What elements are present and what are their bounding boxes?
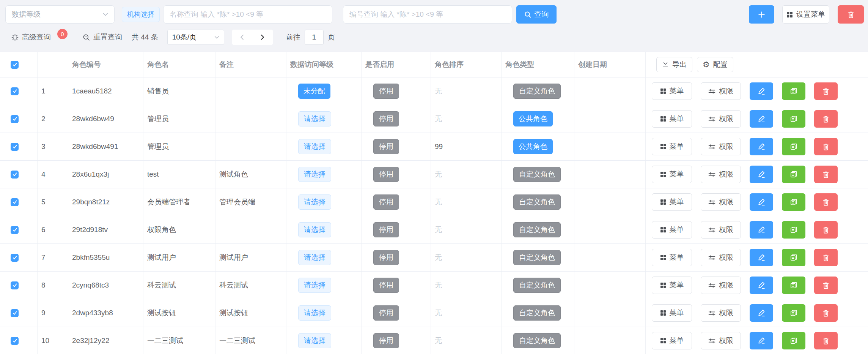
row-checkbox[interactable] [11, 337, 19, 345]
menu-button[interactable]: 菜单 [652, 332, 692, 349]
access-level-badge[interactable]: 请选择 [298, 111, 331, 126]
copy-button[interactable] [782, 82, 805, 100]
menu-button[interactable]: 菜单 [652, 193, 692, 211]
access-level-badge[interactable]: 请选择 [298, 222, 331, 237]
permission-button[interactable]: 权限 [701, 166, 741, 183]
access-level-badge[interactable]: 请选择 [298, 333, 331, 348]
edit-button[interactable] [750, 221, 773, 239]
menu-button[interactable]: 菜单 [652, 277, 692, 294]
permission-button[interactable]: 权限 [701, 249, 741, 266]
role-type-badge[interactable]: 自定义角色 [513, 333, 561, 348]
delete-button[interactable] [814, 221, 838, 239]
settings-menu-button[interactable]: 设置菜单 [782, 5, 829, 24]
delete-button[interactable] [814, 249, 838, 266]
org-select-button[interactable]: 机构选择 [122, 7, 160, 22]
access-level-badge[interactable]: 请选择 [298, 194, 331, 210]
permission-button[interactable]: 权限 [701, 277, 741, 294]
row-checkbox[interactable] [11, 87, 19, 95]
edit-button[interactable] [750, 166, 773, 183]
edit-button[interactable] [750, 332, 773, 349]
enabled-badge[interactable]: 停用 [373, 305, 399, 321]
enabled-badge[interactable]: 停用 [373, 139, 399, 154]
menu-button[interactable]: 菜单 [652, 138, 692, 155]
enabled-badge[interactable]: 停用 [373, 250, 399, 265]
access-level-badge[interactable]: 请选择 [298, 139, 331, 154]
enabled-badge[interactable]: 停用 [373, 84, 399, 99]
edit-button[interactable] [750, 304, 773, 322]
reset-query-button[interactable]: 重置查询 [83, 32, 122, 42]
access-level-badge[interactable]: 请选择 [298, 305, 331, 321]
row-checkbox[interactable] [11, 143, 19, 151]
permission-button[interactable]: 权限 [701, 82, 741, 100]
enabled-badge[interactable]: 停用 [373, 194, 399, 210]
row-checkbox[interactable] [11, 226, 19, 234]
batch-delete-button[interactable] [838, 5, 864, 24]
enabled-badge[interactable]: 停用 [373, 222, 399, 237]
menu-button[interactable]: 菜单 [652, 304, 692, 322]
edit-button[interactable] [750, 277, 773, 294]
copy-button[interactable] [782, 221, 805, 239]
row-checkbox[interactable] [11, 115, 19, 123]
delete-button[interactable] [814, 277, 838, 294]
role-type-badge[interactable]: 自定义角色 [513, 278, 561, 293]
role-type-badge[interactable]: 自定义角色 [513, 167, 561, 182]
menu-button[interactable]: 菜单 [652, 166, 692, 183]
enabled-badge[interactable]: 停用 [373, 278, 399, 293]
row-checkbox[interactable] [11, 254, 19, 262]
access-level-badge[interactable]: 请选择 [298, 278, 331, 293]
menu-button[interactable]: 菜单 [652, 82, 692, 100]
search-button[interactable]: 查询 [516, 5, 557, 24]
edit-button[interactable] [750, 138, 773, 155]
name-query-input[interactable] [163, 5, 332, 24]
next-page-button[interactable] [252, 30, 273, 45]
copy-button[interactable] [782, 277, 805, 294]
permission-button[interactable]: 权限 [701, 304, 741, 322]
advanced-query-button[interactable]: 高级查询 0 [11, 32, 68, 43]
delete-button[interactable] [814, 82, 838, 100]
role-type-badge[interactable]: 自定义角色 [513, 222, 561, 237]
row-checkbox[interactable] [11, 281, 19, 289]
menu-button[interactable]: 菜单 [652, 249, 692, 266]
copy-button[interactable] [782, 193, 805, 211]
access-level-badge[interactable]: 请选择 [298, 250, 331, 265]
access-level-badge[interactable]: 未分配 [298, 84, 330, 99]
enabled-badge[interactable]: 停用 [373, 111, 399, 126]
delete-button[interactable] [814, 138, 838, 155]
config-button[interactable]: ⚙ 配置 [697, 57, 733, 72]
role-type-badge[interactable]: 自定义角色 [513, 305, 561, 321]
prev-page-button[interactable] [232, 30, 253, 45]
role-type-badge[interactable]: 公共角色 [513, 111, 553, 126]
delete-button[interactable] [814, 110, 838, 128]
edit-button[interactable] [750, 110, 773, 128]
page-size-select[interactable]: 10条/页 [167, 30, 224, 45]
delete-button[interactable] [814, 166, 838, 183]
permission-button[interactable]: 权限 [701, 193, 741, 211]
code-query-input[interactable] [343, 5, 512, 24]
role-type-badge[interactable]: 自定义角色 [513, 84, 561, 99]
enabled-badge[interactable]: 停用 [373, 167, 399, 182]
copy-button[interactable] [782, 166, 805, 183]
role-type-badge[interactable]: 自定义角色 [513, 194, 561, 210]
role-type-badge[interactable]: 公共角色 [513, 139, 553, 154]
copy-button[interactable] [782, 332, 805, 349]
goto-page-input[interactable] [305, 30, 324, 45]
menu-button[interactable]: 菜单 [652, 110, 692, 128]
delete-button[interactable] [814, 332, 838, 349]
role-type-badge[interactable]: 自定义角色 [513, 250, 561, 265]
row-checkbox[interactable] [11, 309, 19, 317]
data-level-select[interactable]: 数据等级 [5, 5, 115, 24]
copy-button[interactable] [782, 304, 805, 322]
menu-button[interactable]: 菜单 [652, 221, 692, 239]
export-button[interactable]: 导出 [656, 57, 692, 72]
row-checkbox[interactable] [11, 198, 19, 206]
select-all-checkbox[interactable] [11, 61, 19, 69]
copy-button[interactable] [782, 110, 805, 128]
edit-button[interactable] [750, 82, 773, 100]
edit-button[interactable] [750, 193, 773, 211]
edit-button[interactable] [750, 249, 773, 266]
access-level-badge[interactable]: 请选择 [298, 167, 331, 182]
permission-button[interactable]: 权限 [701, 332, 741, 349]
permission-button[interactable]: 权限 [701, 138, 741, 155]
permission-button[interactable]: 权限 [701, 110, 741, 128]
delete-button[interactable] [814, 304, 838, 322]
